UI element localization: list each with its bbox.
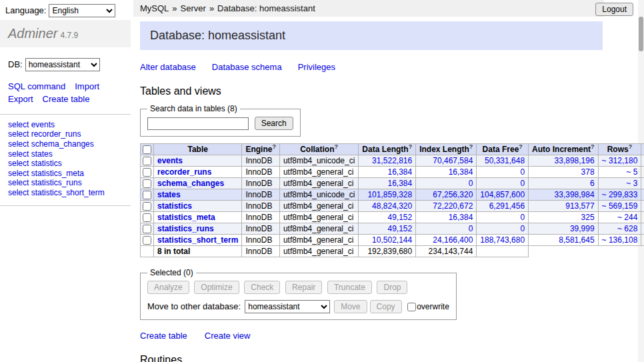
overwrite-checkbox[interactable] <box>407 303 416 311</box>
alter-database-link[interactable]: Alter database <box>140 62 196 72</box>
copy-button[interactable]: Copy <box>370 300 402 313</box>
data-free-link[interactable]: 6,291,456 <box>489 201 525 211</box>
data-free-link[interactable]: 0 <box>520 224 525 233</box>
auto-increment-link[interactable]: 8,581,645 <box>559 235 594 245</box>
row-checkbox[interactable] <box>143 202 151 211</box>
drop-button[interactable]: Drop <box>377 281 407 294</box>
row-checkbox[interactable] <box>143 179 151 188</box>
rows-link[interactable]: ~ 628 <box>617 224 637 233</box>
sidebar-item-select-statistics[interactable]: select statistics <box>8 159 123 169</box>
data-length-link[interactable]: 16,384 <box>387 167 412 177</box>
help-icon[interactable]: ? <box>629 144 633 151</box>
index-length-link[interactable]: 0 <box>469 224 473 233</box>
row-checkbox[interactable] <box>143 157 151 165</box>
scrollbar-thumb[interactable] <box>639 17 643 51</box>
row-checkbox[interactable] <box>143 191 151 199</box>
data-length-link[interactable]: 16,384 <box>387 179 412 188</box>
sidebar-item-select-statistics-short-term[interactable]: select statistics_short_term <box>8 188 123 198</box>
table-row-statistics-meta: statistics_meta InnoDB utf8mb4_general_c… <box>141 212 644 223</box>
privileges-link[interactable]: Privileges <box>298 62 335 72</box>
sidebar-item-select-schema-changes[interactable]: select schema_changes <box>8 139 123 149</box>
rows-link[interactable]: ~ 312,180 <box>602 156 638 165</box>
index-length-link[interactable]: 16,384 <box>449 167 473 177</box>
data-free-link[interactable]: 50,331,648 <box>485 156 525 165</box>
data-length-link[interactable]: 48,824,320 <box>372 201 412 211</box>
auto-increment-link[interactable]: 6 <box>590 179 595 188</box>
index-length-link[interactable]: 70,467,584 <box>433 156 473 165</box>
row-checkbox[interactable] <box>143 213 151 222</box>
rows-link[interactable]: ~ 244 <box>617 213 637 222</box>
auto-increment-link[interactable]: 913,577 <box>565 201 594 211</box>
table-link[interactable]: statistics_meta <box>157 213 215 222</box>
help-icon[interactable]: ? <box>469 144 473 151</box>
sidebar-item-select-events[interactable]: select events <box>8 120 123 130</box>
data-length-link[interactable]: 49,152 <box>387 224 412 233</box>
create-table-link-main[interactable]: Create table <box>140 331 187 341</box>
auto-increment-link[interactable]: 325 <box>581 213 595 222</box>
create-table-link[interactable]: Create table <box>43 94 90 104</box>
search-button[interactable]: Search <box>255 117 293 130</box>
table-link[interactable]: schema_changes <box>157 179 224 188</box>
rows-link[interactable]: ~ 136,108 <box>602 235 638 245</box>
data-length-link[interactable]: 10,502,144 <box>372 235 412 245</box>
export-link[interactable]: Export <box>8 94 33 104</box>
rows-link[interactable]: ~ 5 <box>626 167 637 177</box>
rows-link[interactable]: ~ 299,833 <box>602 190 638 199</box>
check-button[interactable]: Check <box>244 281 280 294</box>
data-length-link[interactable]: 31,522,816 <box>372 156 412 165</box>
data-free-link[interactable]: 0 <box>520 213 525 222</box>
language-select[interactable]: English <box>49 4 115 17</box>
index-length-link[interactable]: 72,220,672 <box>433 201 473 211</box>
move-db-select[interactable]: homeassistant <box>245 300 330 313</box>
table-link[interactable]: states <box>157 190 181 199</box>
logout-button[interactable]: Logout <box>595 3 633 16</box>
truncate-button[interactable]: Truncate <box>327 281 372 294</box>
help-icon[interactable]: ? <box>409 144 413 151</box>
help-icon[interactable]: ? <box>272 144 276 151</box>
table-link[interactable]: recorder_runs <box>157 167 211 177</box>
rows-link[interactable]: ~ 569,159 <box>602 201 638 211</box>
data-free-link[interactable]: 188,743,680 <box>480 235 525 245</box>
sidebar-item-select-recorder-runs[interactable]: select recorder_runs <box>8 129 123 139</box>
data-free-link[interactable]: 104,857,600 <box>480 190 525 199</box>
auto-increment-link[interactable]: 33,398,984 <box>555 190 595 199</box>
data-length-link[interactable]: 49,152 <box>387 213 412 222</box>
create-view-link[interactable]: Create view <box>205 331 251 341</box>
data-free-link[interactable]: 0 <box>520 167 525 177</box>
index-length-link[interactable]: 0 <box>469 179 473 188</box>
table-link[interactable]: statistics_runs <box>157 224 214 233</box>
sidebar-item-select-statistics-runs[interactable]: select statistics_runs <box>8 178 123 188</box>
auto-increment-link[interactable]: 378 <box>581 167 595 177</box>
table-link[interactable]: statistics_short_term <box>157 235 238 245</box>
auto-increment-link[interactable]: 39,999 <box>570 224 595 233</box>
sql-command-link[interactable]: SQL command <box>8 81 65 91</box>
row-checkbox[interactable] <box>143 168 151 177</box>
breadcrumb-mysql[interactable]: MySQL <box>140 3 169 13</box>
help-icon[interactable]: ? <box>591 144 595 151</box>
index-length-link[interactable]: 67,256,320 <box>433 190 473 199</box>
optimize-button[interactable]: Optimize <box>194 281 239 294</box>
index-length-link[interactable]: 24,166,400 <box>433 235 473 245</box>
row-checkbox[interactable] <box>143 225 151 233</box>
breadcrumb-server[interactable]: Server <box>181 3 206 13</box>
select-all-checkbox[interactable] <box>143 145 151 154</box>
repair-button[interactable]: Repair <box>285 281 322 294</box>
move-button[interactable]: Move <box>334 300 367 313</box>
table-link[interactable]: statistics <box>157 201 192 211</box>
database-schema-link[interactable]: Database schema <box>212 62 282 72</box>
db-select[interactable]: homeassistant <box>25 58 100 71</box>
rows-link[interactable]: ~ 3 <box>626 179 637 188</box>
search-input[interactable] <box>147 117 249 130</box>
auto-increment-link[interactable]: 33,898,196 <box>555 156 595 165</box>
data-length-link[interactable]: 101,859,328 <box>367 190 412 199</box>
analyze-button[interactable]: Analyze <box>147 281 189 294</box>
index-length-link[interactable]: 16,384 <box>449 213 473 222</box>
sidebar-item-select-states[interactable]: select states <box>8 149 123 159</box>
import-link[interactable]: Import <box>75 81 99 91</box>
data-free-link[interactable]: 0 <box>520 179 525 188</box>
sidebar-item-select-statistics-meta[interactable]: select statistics_meta <box>8 169 123 179</box>
table-link[interactable]: events <box>157 156 183 165</box>
row-checkbox[interactable] <box>143 236 151 245</box>
help-icon[interactable]: ? <box>335 144 339 151</box>
help-icon[interactable]: ? <box>519 144 523 151</box>
